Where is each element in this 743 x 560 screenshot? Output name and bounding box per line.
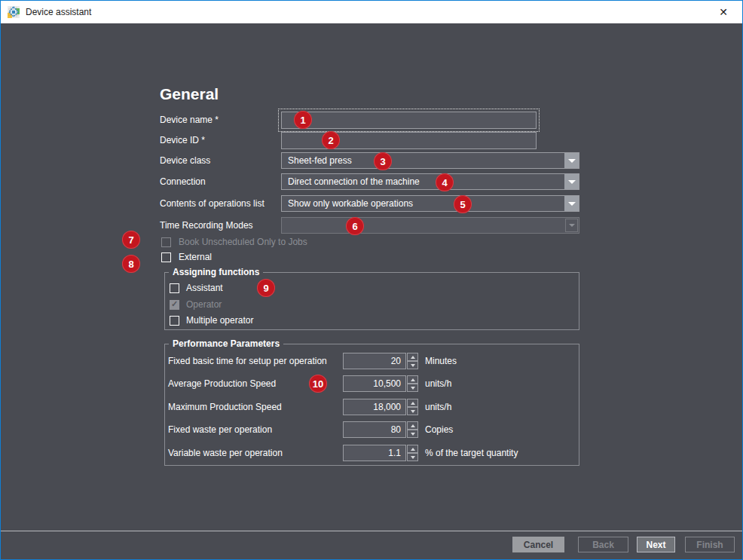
- annotation-badge-3: 3: [374, 152, 392, 170]
- annotation-badge-5: 5: [454, 195, 472, 213]
- spin-up-icon[interactable]: [407, 421, 418, 430]
- window-title: Device assistant: [26, 1, 91, 23]
- chevron-down-icon[interactable]: [564, 196, 579, 211]
- cancel-button[interactable]: Cancel: [512, 537, 564, 552]
- annotation-badge-8: 8: [122, 255, 140, 273]
- operator-checkbox: [170, 300, 179, 310]
- next-button[interactable]: Next: [637, 537, 675, 552]
- annotation-badge-7: 7: [122, 231, 140, 249]
- spin-up-icon[interactable]: [407, 445, 418, 453]
- spin-up-icon[interactable]: [407, 353, 418, 361]
- device-name-label: Device name *: [160, 112, 219, 129]
- spin-down-icon[interactable]: [407, 361, 418, 369]
- performance-parameters-title: Performance Parameters: [169, 338, 283, 349]
- chevron-down-icon: [565, 219, 578, 232]
- annotation-badge-1: 1: [294, 111, 312, 129]
- device-class-value: Sheet-fed press: [288, 153, 352, 168]
- annotation-badge-4: 4: [436, 173, 454, 191]
- spin-down-icon[interactable]: [407, 384, 418, 392]
- device-id-input[interactable]: [281, 132, 537, 149]
- time-recording-label: Time Recording Modes: [160, 217, 253, 234]
- max-production-speed-label: Maximum Production Speed: [168, 399, 282, 415]
- device-assistant-icon: [8, 6, 20, 18]
- connection-value: Direct connection of the machine: [288, 174, 420, 189]
- spin-down-icon[interactable]: [407, 407, 418, 415]
- operations-list-value: Show only workable operations: [288, 196, 413, 211]
- avg-production-speed-input[interactable]: [343, 375, 406, 392]
- fixed-waste-label: Fixed waste per operation: [168, 421, 272, 438]
- operator-label: Operator: [186, 299, 222, 310]
- close-icon: ✕: [719, 6, 728, 18]
- device-id-label: Device ID *: [160, 132, 205, 149]
- device-assistant-window: Device assistant ✕ General Device name *…: [0, 0, 743, 560]
- footer-separator: [1, 531, 742, 531]
- spin-down-icon[interactable]: [407, 453, 418, 461]
- spin-down-icon[interactable]: [407, 430, 418, 438]
- connection-label: Connection: [160, 173, 206, 190]
- chevron-down-icon[interactable]: [564, 153, 579, 168]
- page-heading: General: [160, 85, 219, 103]
- annotation-badge-6: 6: [346, 217, 364, 235]
- assistant-label: Assistant: [186, 283, 223, 293]
- annotation-badge-2: 2: [322, 131, 340, 149]
- chevron-down-icon[interactable]: [564, 174, 579, 189]
- finish-button: Finish: [685, 537, 735, 552]
- device-name-input[interactable]: [281, 112, 537, 129]
- multiple-operator-label: Multiple operator: [186, 315, 253, 326]
- variable-waste-unit: % of the target quantity: [425, 445, 518, 461]
- spin-up-icon[interactable]: [407, 399, 418, 407]
- assigning-functions-title: Assigning functions: [169, 267, 263, 277]
- device-class-select[interactable]: Sheet-fed press: [281, 152, 579, 169]
- variable-waste-input[interactable]: [343, 445, 406, 461]
- connection-select[interactable]: Direct connection of the machine: [281, 173, 579, 190]
- book-unscheduled-checkbox: [161, 237, 171, 247]
- operations-list-label: Contents of operations list: [160, 195, 264, 212]
- external-checkbox[interactable]: [161, 252, 171, 262]
- back-button: Back: [578, 537, 628, 552]
- max-production-speed-input[interactable]: [343, 399, 406, 415]
- annotation-badge-10: 10: [309, 375, 327, 393]
- fixed-setup-time-input[interactable]: [343, 353, 406, 369]
- titlebar: Device assistant ✕: [1, 1, 742, 23]
- avg-production-speed-unit: units/h: [425, 375, 451, 392]
- multiple-operator-checkbox[interactable]: [170, 316, 179, 326]
- close-button[interactable]: ✕: [711, 1, 736, 23]
- operations-list-select[interactable]: Show only workable operations: [281, 195, 579, 212]
- avg-production-speed-label: Average Production Speed: [168, 375, 276, 392]
- fixed-waste-input[interactable]: [343, 421, 406, 438]
- fixed-setup-time-label: Fixed basic time for setup per operation: [168, 353, 327, 369]
- variable-waste-label: Variable waste per operation: [168, 445, 283, 461]
- book-unscheduled-label: Book Unscheduled Only to Jobs: [179, 237, 307, 247]
- max-production-speed-unit: units/h: [425, 399, 451, 415]
- time-recording-select: [281, 217, 579, 234]
- spin-up-icon[interactable]: [407, 375, 418, 384]
- fixed-setup-time-unit: Minutes: [425, 353, 457, 369]
- assistant-checkbox[interactable]: [170, 283, 179, 293]
- fixed-waste-unit: Copies: [425, 421, 453, 438]
- external-label: External: [179, 252, 212, 262]
- annotation-badge-9: 9: [257, 279, 275, 297]
- device-class-label: Device class: [160, 152, 210, 169]
